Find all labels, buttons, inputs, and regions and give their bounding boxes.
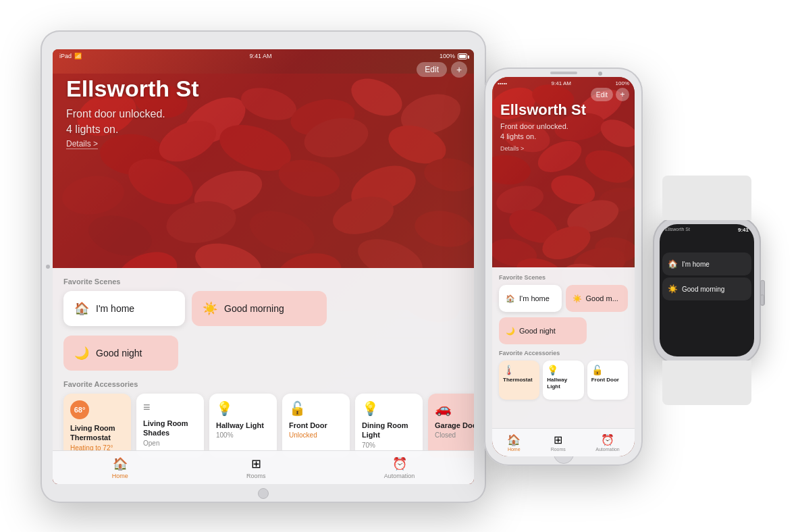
ipad-acc-shades-icon: ≡ (143, 400, 197, 415)
watch-band-top (662, 176, 751, 220)
iphone-toolbar: Edit + (498, 88, 629, 101)
iphone-hero: Ellsworth St Front door unlocked.4 light… (500, 101, 586, 152)
iphone-tab-home[interactable]: 🏠 Home (507, 433, 521, 452)
ipad-edit-button[interactable]: Edit (417, 62, 447, 77)
iphone-bottom-panel: Favorite Scenes 🏠 I'm home ☀️ Good m... (492, 267, 635, 456)
iphone-tab-automation[interactable]: ⏰ Automation (595, 433, 619, 452)
ipad-tab-home-icon: 🏠 (113, 456, 128, 471)
iphone-scenes-label: Favorite Scenes (499, 274, 628, 281)
watch-scene-morning[interactable]: ☀️ Good morning (662, 277, 751, 300)
ipad-scene-home-icon: 🏠 (74, 301, 89, 316)
iphone-scene-night-icon: 🌙 (506, 327, 515, 336)
ipad-scene-good-morning[interactable]: ☀️ Good morning (192, 291, 327, 326)
ipad-acc-frontdoor[interactable]: 🔓 Front Door Unlocked (282, 394, 350, 458)
iphone-scene-home-label: I'm home (519, 294, 550, 302)
ipad-home-subtitle: Front door unlocked.4 lights on. (66, 107, 198, 137)
ipad-details-link[interactable]: Details > (66, 139, 98, 149)
ipad-scene-im-home[interactable]: 🏠 I'm home (63, 291, 185, 326)
ipad-tab-home-label: Home (112, 473, 128, 479)
watch-home-name-status: Ellsworth St (665, 227, 690, 233)
watch-time-status: 9:41 (738, 227, 749, 233)
iphone-edit-button[interactable]: Edit (591, 88, 613, 101)
ipad-status-right: 100% (440, 53, 467, 59)
ipad-acc-garage[interactable]: 🚗 Garage Door Closed (428, 394, 474, 458)
ipad-toolbar: Edit + (59, 61, 467, 78)
ipad-home-button[interactable] (258, 488, 269, 499)
iphone-acc-1[interactable]: 🌡️ Thermostat (499, 361, 539, 400)
ipad-scenes-section-label: Favorite Scenes (63, 277, 463, 286)
ipad-tab-bar: 🏠 Home ⊞ Rooms ⏰ Automation (53, 450, 474, 484)
iphone-scene-night[interactable]: 🌙 Good night (499, 317, 587, 344)
ipad-tab-rooms-label: Rooms (246, 473, 266, 479)
ipad-acc-thermostat[interactable]: 68° Living Room Thermostat Heating to 72… (63, 394, 131, 458)
iphone-scene-morning[interactable]: ☀️ Good m... (566, 285, 629, 312)
ipad-screen: iPad 📶 9:41 AM 100% Edit + Ellsworth St (53, 49, 474, 484)
iphone-home-subtitle: Front door unlocked.4 lights on. (500, 122, 586, 142)
iphone-scene-morning-label: Good m... (586, 294, 618, 302)
iphone-scenes-row-1: 🏠 I'm home ☀️ Good m... (499, 285, 628, 312)
ipad-scene-good-night[interactable]: 🌙 Good night (63, 336, 178, 371)
ipad-acc-frontdoor-status: Unlocked (289, 431, 343, 439)
iphone-time: 9:41 AM (552, 80, 571, 86)
iphone-acc-2-name: Hallway Light (547, 377, 579, 390)
ipad-scenes-row-1: 🏠 I'm home ☀️ Good morning (63, 291, 463, 326)
ipad-acc-dining[interactable]: 💡 Dining Room Light 70% (355, 394, 423, 458)
scene-container: iPad 📶 9:41 AM 100% Edit + Ellsworth St (0, 0, 798, 532)
ipad-battery-icon (458, 53, 467, 59)
ipad-tab-automation[interactable]: ⏰ Automation (384, 456, 415, 479)
iphone-scene-night-label: Good night (519, 327, 556, 335)
ipad-scene-home-label: I'm home (96, 303, 134, 314)
watch-device: Ellsworth St 9:41 🏠 I'm home ☀️ Good mor… (653, 216, 761, 365)
ipad-acc-frontdoor-name: Front Door (289, 421, 343, 430)
ipad-scene-night-label: Good night (96, 348, 142, 358)
ipad-home-title: Ellsworth St (66, 76, 198, 101)
iphone-acc-3[interactable]: 🔓 Front Door (587, 361, 628, 400)
ipad-acc-dining-status: 70% (362, 442, 416, 449)
watch-screen: Ellsworth St 9:41 🏠 I'm home ☀️ Good mor… (660, 224, 754, 356)
iphone-scene-home[interactable]: 🏠 I'm home (499, 285, 562, 312)
iphone-camera (598, 72, 602, 76)
ipad-acc-shades[interactable]: ≡ Living Room Shades Open (136, 394, 204, 458)
ipad-scenes-row-2: 🌙 Good night (63, 336, 463, 371)
watch-band-bottom (662, 361, 751, 405)
ipad-tab-automation-label: Automation (384, 473, 415, 479)
iphone-details-link[interactable]: Details > (500, 145, 586, 152)
watch-scene-morning-icon: ☀️ (668, 284, 678, 294)
watch-scene-home-icon: 🏠 (668, 259, 678, 269)
ipad-carrier: iPad (59, 53, 72, 59)
ipad-add-button[interactable]: + (451, 61, 467, 78)
iphone-battery: 100% (616, 80, 629, 86)
iphone-scenes-row-2: 🌙 Good night (499, 317, 628, 344)
ipad-acc-dining-name: Dining Room Light (362, 421, 416, 440)
iphone-tab-rooms[interactable]: ⊞ Rooms (551, 433, 566, 452)
watch-scene-home[interactable]: 🏠 I'm home (662, 252, 751, 275)
watch-status: Ellsworth St 9:41 (660, 227, 754, 233)
ipad-wifi-icon: 📶 (74, 53, 82, 59)
ipad-scene-morning-icon: ☀️ (203, 301, 217, 316)
iphone-acc-1-name: Thermostat (503, 377, 535, 383)
iphone-tab-bar: 🏠 Home ⊞ Rooms ⏰ Automation (492, 428, 635, 456)
watch-side-button[interactable] (760, 294, 764, 305)
iphone-add-button[interactable]: + (616, 88, 629, 101)
iphone-screen: ••••• 9:41 AM 100% Edit + Ellsworth St F… (492, 77, 635, 456)
ipad-tab-automation-icon: ⏰ (392, 456, 407, 471)
watch-scene-morning-label: Good morning (682, 286, 724, 293)
iphone-speaker (550, 72, 577, 74)
iphone-acc-row: 🌡️ Thermostat 💡 Hallway Light 🔓 Front Do… (499, 361, 628, 400)
ipad-acc-hallway-status: 100% (216, 431, 270, 439)
iphone-home-title: Ellsworth St (500, 101, 586, 119)
ipad-tab-home[interactable]: 🏠 Home (112, 456, 128, 479)
ipad-acc-garage-status: Closed (435, 431, 474, 439)
ipad-acc-shades-status: Open (143, 440, 197, 447)
ipad-status-bar: iPad 📶 9:41 AM 100% (53, 49, 474, 63)
ipad-tab-rooms[interactable]: ⊞ Rooms (246, 456, 266, 479)
iphone-acc-2[interactable]: 💡 Hallway Light (543, 361, 583, 400)
iphone-device: ••••• 9:41 AM 100% Edit + Ellsworth St F… (484, 68, 643, 466)
ipad-hero: Ellsworth St Front door unlocked.4 light… (66, 76, 198, 149)
ipad-acc-hallway[interactable]: 💡 Hallway Light 100% (209, 394, 277, 458)
ipad-device: iPad 📶 9:41 AM 100% Edit + Ellsworth St (41, 30, 486, 503)
iphone-tab-home-label: Home (508, 447, 521, 452)
ipad-scene-night-icon: 🌙 (74, 346, 89, 361)
ipad-battery-pct: 100% (440, 53, 455, 59)
ipad-acc-hallway-name: Hallway Light (216, 421, 270, 430)
